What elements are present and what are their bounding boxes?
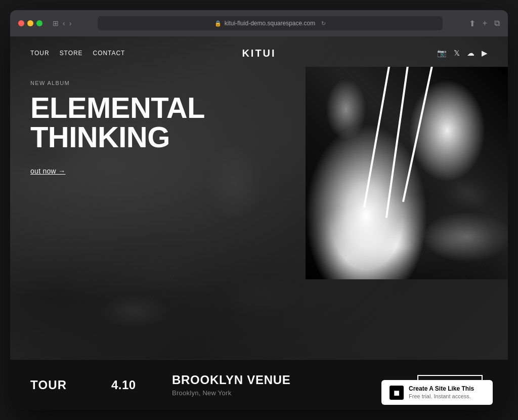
tour-date: 4.10 xyxy=(111,378,172,392)
soundcloud-icon[interactable]: ☁ xyxy=(467,49,474,58)
lock-icon: 🔒 xyxy=(214,20,222,27)
twitter-icon[interactable]: 𝕏 xyxy=(454,49,460,58)
refresh-icon: ↻ xyxy=(321,20,326,27)
close-button[interactable] xyxy=(18,20,24,26)
url-text: kitui-fluid-demo.squarespace.com xyxy=(225,20,315,27)
hero-section: TOUR STORE CONTACT KITUI 📷 𝕏 ☁ ▶ xyxy=(10,36,508,359)
browser-controls: ⊞ ‹ › xyxy=(53,19,71,27)
browser-actions: ⬆ + ⧉ xyxy=(469,19,500,28)
tour-location: Brooklyn, New York xyxy=(172,389,417,397)
youtube-icon[interactable]: ▶ xyxy=(482,49,488,58)
squarespace-logo-mark: ◼ xyxy=(394,389,400,397)
site-content: TOUR STORE CONTACT KITUI 📷 𝕏 ☁ ▶ xyxy=(10,36,508,410)
album-art-image xyxy=(306,67,508,279)
squarespace-logo: ◼ xyxy=(390,386,404,400)
squarespace-text-block: Create A Site Like This Free trial. Inst… xyxy=(409,385,474,400)
squarespace-badge[interactable]: ◼ Create A Site Like This Free trial. In… xyxy=(381,380,493,405)
tour-venue: BROOKLYN VENUE xyxy=(172,373,417,387)
tour-venue-block: BROOKLYN VENUE Brooklyn, New York xyxy=(172,373,417,397)
tour-label: TOUR xyxy=(30,378,111,392)
nav-contact[interactable]: CONTACT xyxy=(93,50,125,57)
share-icon[interactable]: ⬆ xyxy=(469,19,476,28)
tabs-icon[interactable]: ⧉ xyxy=(494,19,500,28)
instagram-icon[interactable]: 📷 xyxy=(437,49,447,58)
back-button[interactable]: ‹ xyxy=(63,19,65,27)
browser-window: ⊞ ‹ › 🔒 kitui-fluid-demo.squarespace.com… xyxy=(10,10,508,410)
social-icons: 📷 𝕏 ☁ ▶ xyxy=(437,49,488,58)
window-icon[interactable]: ⊞ xyxy=(53,19,59,27)
out-now-link[interactable]: out now → xyxy=(30,167,65,175)
squarespace-subtitle: Free trial. Instant access. xyxy=(409,393,474,400)
maximize-button[interactable] xyxy=(36,20,42,26)
browser-chrome: ⊞ ‹ › 🔒 kitui-fluid-demo.squarespace.com… xyxy=(10,10,508,36)
nav-tour[interactable]: TOUR xyxy=(30,50,50,57)
nav-store[interactable]: STORE xyxy=(60,50,83,57)
address-bar[interactable]: 🔒 kitui-fluid-demo.squarespace.com ↻ xyxy=(98,16,442,30)
nav-left: TOUR STORE CONTACT xyxy=(30,50,125,57)
album-art xyxy=(306,67,508,279)
site-logo[interactable]: KITUI xyxy=(242,48,276,59)
new-tab-icon[interactable]: + xyxy=(483,19,487,28)
navigation: TOUR STORE CONTACT KITUI 📷 𝕏 ☁ ▶ xyxy=(10,36,508,70)
forward-button[interactable]: › xyxy=(69,19,72,27)
tour-bar: TOUR 4.10 BROOKLYN VENUE Brooklyn, New Y… xyxy=(10,359,508,410)
minimize-button[interactable] xyxy=(27,20,33,26)
squarespace-title: Create A Site Like This xyxy=(409,385,474,392)
traffic-lights xyxy=(18,20,42,26)
fluid-texture xyxy=(306,67,508,279)
